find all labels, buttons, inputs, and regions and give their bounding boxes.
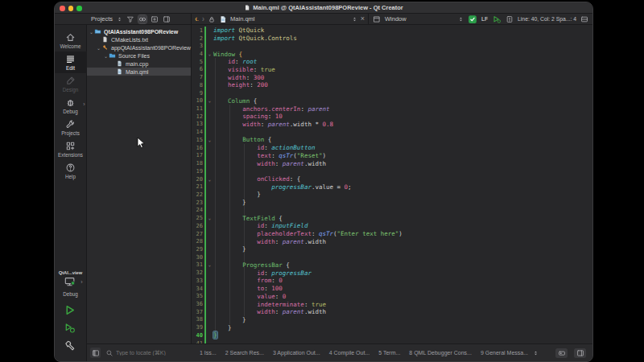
open-document-name[interactable]: Main.qml bbox=[230, 15, 254, 23]
code-line-13[interactable]: 13 width: parent.width * 0.8 bbox=[192, 121, 592, 129]
output-pane-button-5[interactable]: 5 Term... bbox=[378, 350, 400, 356]
code-line-10[interactable]: 10 ⌄ Column { bbox=[192, 97, 592, 105]
locator-input[interactable] bbox=[116, 350, 190, 356]
code-line-29[interactable]: 29 } bbox=[192, 245, 592, 253]
mode-help[interactable]: Help bbox=[55, 160, 87, 182]
code-line-8[interactable]: 8 height: 200 bbox=[192, 81, 592, 89]
output-pane-button-4[interactable]: 4 Compile Out... bbox=[329, 350, 370, 356]
code-line-35[interactable]: 35 value: 0 bbox=[192, 292, 592, 300]
tree-item-qtaiassistant098poreview[interactable]: ⌄ QtAIAssistant098POReview bbox=[87, 27, 191, 35]
mode-debug[interactable]: Debug› bbox=[55, 95, 87, 117]
tree-item-main-qml[interactable]: Main.qml bbox=[87, 68, 191, 76]
code-line-34[interactable]: 34 to: 100 bbox=[192, 285, 592, 293]
code-line-41[interactable]: 41 bbox=[192, 339, 592, 343]
mode-extensions[interactable]: Extensions bbox=[55, 138, 87, 160]
build-button[interactable] bbox=[64, 339, 78, 352]
code-line-26[interactable]: 26 id: inputField bbox=[192, 222, 592, 230]
code-line-28[interactable]: 28 width: parent.width bbox=[192, 237, 592, 245]
tree-item-appqtaiassistant098poreview[interactable]: ⌄ appQtAIAssistant098POReview bbox=[87, 43, 191, 51]
code-line-5[interactable]: 5 id: root bbox=[192, 58, 592, 66]
cursor-position-indicator[interactable]: Line: 40, Col: 2 Spa...: 4 bbox=[518, 16, 576, 22]
line-ending-indicator[interactable]: LF bbox=[481, 16, 488, 22]
code-line-21[interactable]: 21 progressBar.value = 0; bbox=[192, 183, 592, 191]
code-line-24[interactable]: 24 bbox=[192, 207, 592, 215]
code-line-22[interactable]: 22 } bbox=[192, 191, 592, 199]
sync-with-editor-icon[interactable] bbox=[138, 15, 147, 23]
title-bar[interactable]: Main.qml @ QtAIAssistant098POReview - Qt… bbox=[55, 2, 592, 14]
output-pane-button-6[interactable]: 8 QML Debugger Cons... bbox=[409, 350, 472, 356]
document-dropdown-icon[interactable] bbox=[352, 15, 357, 23]
code-line-37[interactable]: 37 width: parent.width bbox=[192, 308, 592, 316]
symbol-selector[interactable]: Window bbox=[385, 15, 407, 23]
code-line-38[interactable]: 38 } bbox=[192, 316, 592, 324]
code-line-16[interactable]: 16 id: actionButton bbox=[192, 144, 592, 152]
code-line-40[interactable]: 40 } bbox=[192, 331, 592, 339]
language-server-icon[interactable] bbox=[468, 14, 477, 24]
code-line-9[interactable]: 9 bbox=[192, 89, 592, 97]
close-panel-icon[interactable] bbox=[163, 15, 171, 23]
go-forward-button[interactable]: › bbox=[202, 15, 204, 23]
debug-run-button[interactable] bbox=[64, 322, 78, 335]
code-line-25[interactable]: 25 ⌄ TextField { bbox=[192, 214, 592, 222]
filter-icon[interactable] bbox=[126, 15, 134, 23]
code-line-14[interactable]: 14 bbox=[192, 128, 592, 136]
split-editor-icon[interactable] bbox=[580, 15, 588, 23]
output-pane-button-7[interactable]: 9 General Messa... bbox=[481, 350, 528, 356]
fold-marker-icon[interactable]: ⌄ bbox=[206, 138, 213, 142]
zoom-button[interactable] bbox=[76, 6, 82, 11]
mode-projects[interactable]: Projects bbox=[55, 117, 87, 138]
build-progress-button[interactable] bbox=[555, 348, 568, 358]
close-button[interactable] bbox=[60, 6, 65, 11]
mode-welcome[interactable]: Welcome bbox=[55, 30, 87, 51]
code-line-17[interactable]: 17 text: qsTr("Reset") bbox=[192, 152, 592, 160]
tree-expand-caret-icon[interactable]: ⌄ bbox=[96, 45, 101, 51]
code-line-39[interactable]: 39 } bbox=[192, 323, 592, 331]
code-line-12[interactable]: 12 spacing: 10 bbox=[192, 113, 592, 121]
kit-selector[interactable]: QtAI...view › Debug bbox=[59, 270, 83, 302]
mode-edit[interactable]: Edit bbox=[55, 51, 87, 73]
tree-item-main-cpp[interactable]: main.cpp bbox=[87, 60, 191, 68]
tree-item-cmakelists-txt[interactable]: CMakeLists.txt bbox=[87, 35, 191, 43]
code-line-11[interactable]: 11 anchors.centerIn: parent bbox=[192, 105, 592, 113]
fold-marker-icon[interactable]: ⌄ bbox=[206, 51, 213, 56]
pane-overflow-arrows-icon[interactable] bbox=[533, 349, 539, 357]
code-editor[interactable]: 1 import QtQuick2 import QtQuick.Control… bbox=[192, 25, 592, 343]
run-button[interactable] bbox=[64, 304, 78, 317]
qml-preview-icon[interactable] bbox=[492, 14, 502, 24]
file-encoding-icon[interactable] bbox=[506, 15, 514, 23]
fold-marker-icon[interactable]: ⌄ bbox=[206, 98, 213, 103]
code-line-2[interactable]: 2 import QtQuick.Controls bbox=[192, 35, 592, 43]
code-line-33[interactable]: 33 from: 0 bbox=[192, 277, 592, 285]
output-pane-button-3[interactable]: 3 Application Out... bbox=[273, 350, 320, 356]
code-line-7[interactable]: 7 width: 300 bbox=[192, 73, 592, 81]
code-line-18[interactable]: 18 width: parent.width bbox=[192, 159, 592, 167]
code-line-27[interactable]: 27 placeholderText: qsTr("Enter text her… bbox=[192, 230, 592, 238]
code-line-30[interactable]: 30 bbox=[192, 253, 592, 261]
tree-item-source-files[interactable]: ⌄ Source Files bbox=[87, 51, 191, 60]
symbol-dropdown-icon[interactable] bbox=[458, 15, 464, 23]
locator-field[interactable] bbox=[105, 349, 190, 357]
minimize-button[interactable] bbox=[68, 6, 74, 11]
fold-marker-icon[interactable]: ⌄ bbox=[206, 262, 213, 267]
left-sidebar-toggle-button[interactable] bbox=[90, 348, 101, 358]
fold-marker-icon[interactable]: ⌄ bbox=[206, 216, 213, 220]
code-line-31[interactable]: 31 ⌄ ProgressBar { bbox=[192, 261, 592, 269]
code-line-15[interactable]: 15 ⌄ Button { bbox=[192, 136, 592, 144]
code-line-36[interactable]: 36 indeterminate: true bbox=[192, 300, 592, 308]
output-pane-button-2[interactable]: 2 Search Res... bbox=[225, 350, 264, 356]
split-panel-icon[interactable] bbox=[151, 15, 159, 23]
code-line-1[interactable]: 1 import QtQuick bbox=[192, 27, 592, 35]
output-pane-toggle-button[interactable] bbox=[574, 348, 586, 358]
fold-marker-icon[interactable]: ⌄ bbox=[206, 177, 213, 182]
pin-document-icon[interactable] bbox=[208, 15, 216, 23]
code-line-20[interactable]: 20 ⌄ onClicked: { bbox=[192, 175, 592, 183]
tree-expand-caret-icon[interactable]: ⌄ bbox=[103, 53, 109, 59]
go-back-button[interactable]: ‹. bbox=[195, 15, 199, 23]
panel-selector-arrows-icon[interactable] bbox=[117, 15, 122, 23]
code-line-32[interactable]: 32 id: progressBar bbox=[192, 269, 592, 277]
close-document-button[interactable]: × bbox=[361, 15, 365, 23]
code-line-6[interactable]: 6 visible: true bbox=[192, 66, 592, 74]
output-pane-button-1[interactable]: 1 Iss... bbox=[200, 350, 217, 356]
tree-expand-caret-icon[interactable]: ⌄ bbox=[89, 29, 94, 35]
code-line-3[interactable]: 3 bbox=[192, 42, 592, 50]
